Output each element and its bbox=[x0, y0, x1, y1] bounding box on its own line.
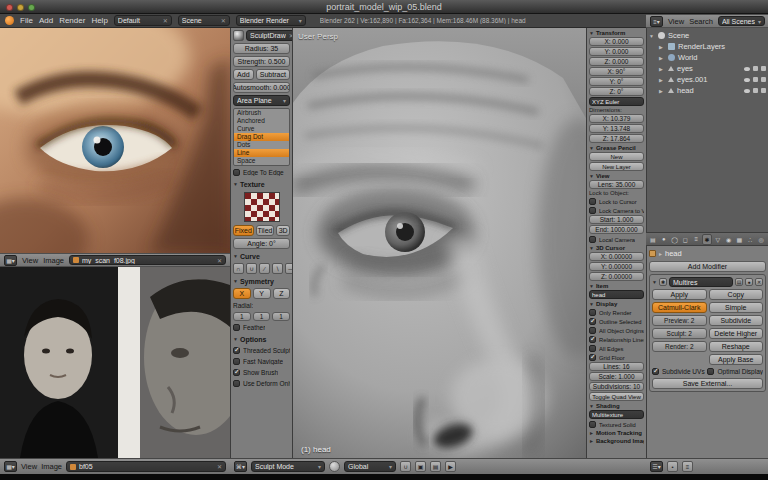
menu-help[interactable]: Help bbox=[91, 16, 107, 25]
save-external-button[interactable]: Save External... bbox=[652, 378, 763, 389]
blender-logo-icon[interactable] bbox=[5, 16, 14, 25]
rotation-y-field[interactable]: Y: 0° bbox=[589, 77, 644, 86]
panel-expand-icon[interactable]: ▼ bbox=[652, 279, 657, 285]
editor-type-properties-icon[interactable]: ☰▾ bbox=[650, 461, 663, 472]
render-restrict-icon[interactable] bbox=[761, 77, 766, 82]
render-restrict-icon[interactable] bbox=[761, 66, 766, 71]
threaded-sculpt-checkbox[interactable] bbox=[233, 347, 240, 354]
expand-icon[interactable]: ▶ bbox=[659, 66, 665, 72]
edge-to-edge-checkbox[interactable] bbox=[233, 169, 240, 176]
render-engine-select[interactable]: Blender Render▾ bbox=[236, 15, 306, 26]
rotation-z-field[interactable]: Z: 0° bbox=[589, 87, 644, 96]
apply-modifier-button[interactable]: Apply bbox=[652, 289, 707, 300]
grease-pencil-new-button[interactable]: New bbox=[589, 152, 644, 161]
all-object-origins-checkbox[interactable] bbox=[589, 327, 596, 334]
tab-render-icon[interactable]: ▤ bbox=[648, 234, 658, 245]
add-modifier-dropdown[interactable]: Add Modifier bbox=[649, 261, 766, 272]
cursor-y-field[interactable]: Y: 0.00000 bbox=[589, 262, 644, 271]
lock-to-cursor-checkbox[interactable] bbox=[589, 198, 596, 205]
map-fixed-button[interactable]: Fixed bbox=[233, 225, 254, 236]
dimension-y-field[interactable]: Y: 13.748 bbox=[589, 124, 644, 133]
tab-world-icon[interactable]: ◯ bbox=[670, 234, 680, 245]
image-menu-image[interactable]: Image bbox=[41, 462, 62, 471]
cursor-x-field[interactable]: X: 0.00000 bbox=[589, 252, 644, 261]
tab-object-data-icon[interactable]: ▽ bbox=[713, 234, 723, 245]
grid-subdivisions-field[interactable]: Subdivisions: 10 bbox=[589, 382, 644, 391]
brush-select-icon[interactable] bbox=[329, 461, 340, 472]
list-item-selected[interactable]: Drag Dot bbox=[234, 133, 289, 141]
panel-expand-icon[interactable]: ▼ bbox=[233, 181, 238, 187]
brush-texture-preview[interactable] bbox=[244, 192, 280, 222]
subdivide-uvs-checkbox[interactable] bbox=[652, 368, 659, 375]
brush-datablock-select[interactable]: SculptDraw✕ bbox=[246, 30, 293, 41]
image-editor-eye-pane[interactable] bbox=[0, 28, 230, 253]
only-render-checkbox[interactable] bbox=[589, 309, 596, 316]
use-deform-only-checkbox[interactable] bbox=[233, 380, 240, 387]
image-menu-view[interactable]: View bbox=[21, 462, 37, 471]
tab-modifiers-icon[interactable]: ✱ bbox=[702, 234, 712, 245]
rotation-x-field[interactable]: X: 90° bbox=[589, 67, 644, 76]
sculpt-plane-select[interactable]: Area Plane▾ bbox=[233, 95, 290, 106]
panel-expand-icon[interactable]: ▼ bbox=[233, 253, 238, 259]
screen-layout-select[interactable]: Default✕ bbox=[114, 15, 172, 26]
location-y-field[interactable]: Y: 0.000 bbox=[589, 47, 644, 56]
cursor-z-field[interactable]: Z: 0.00000 bbox=[589, 272, 644, 281]
delete-modifier-icon[interactable]: ✕ bbox=[755, 278, 763, 286]
list-item[interactable]: Space bbox=[234, 157, 289, 165]
symmetry-y-button[interactable]: Y bbox=[253, 288, 271, 299]
radial-x-field[interactable]: 1 bbox=[233, 312, 251, 321]
map-3d-button[interactable]: 3D bbox=[276, 225, 290, 236]
render-restrict-icon[interactable] bbox=[761, 88, 766, 93]
unlink-image-icon[interactable]: ✕ bbox=[217, 463, 222, 470]
image-menu-view[interactable]: View bbox=[22, 256, 38, 265]
outliner-row-renderlayers[interactable]: ▶RenderLayers bbox=[649, 41, 766, 52]
optimal-display-checkbox[interactable] bbox=[707, 368, 714, 375]
expand-icon[interactable]: ▼ bbox=[649, 33, 655, 39]
panel-expand-icon[interactable]: ▼ bbox=[589, 245, 594, 251]
expand-icon[interactable]: ▶ bbox=[659, 55, 665, 61]
relationship-lines-checkbox[interactable] bbox=[589, 336, 596, 343]
image-datablock-select[interactable]: bf05 ✕ bbox=[66, 461, 226, 472]
outliner-display-mode-select[interactable]: All Scenes▾ bbox=[718, 16, 765, 26]
tab-particles-icon[interactable]: ∴ bbox=[745, 234, 755, 245]
clip-end-field[interactable]: End: 1000.000 bbox=[589, 225, 644, 234]
image-datablock-select[interactable]: my_scan_f08.jpg ✕ bbox=[69, 255, 226, 265]
panel-expand-icon[interactable]: ▼ bbox=[589, 173, 594, 179]
shading-mode-select[interactable]: Multitexture bbox=[589, 410, 644, 419]
editor-type-3dview-icon[interactable]: ⌘▾ bbox=[234, 461, 247, 472]
list-item[interactable]: Curve bbox=[234, 125, 289, 133]
panel-expand-icon[interactable]: ▼ bbox=[589, 301, 594, 307]
viewport-visibility-icon[interactable]: ● bbox=[745, 278, 753, 286]
brush-radius-slider[interactable]: Radius: 35 bbox=[233, 43, 290, 54]
panel-expand-icon[interactable]: ▼ bbox=[589, 145, 594, 151]
menu-file[interactable]: File bbox=[20, 16, 33, 25]
snap-magnet-icon[interactable]: ∪ bbox=[400, 461, 411, 472]
editor-type-outliner-icon[interactable]: ≡▾ bbox=[650, 16, 663, 27]
feather-checkbox[interactable] bbox=[233, 324, 240, 331]
scene-select[interactable]: Scene✕ bbox=[178, 15, 230, 26]
mode-select[interactable]: Sculpt Mode▾ bbox=[251, 461, 325, 472]
lock-camera-checkbox[interactable] bbox=[589, 207, 596, 214]
show-brush-checkbox[interactable] bbox=[233, 369, 240, 376]
brush-preview-icon[interactable] bbox=[233, 30, 244, 41]
tab-texture-icon[interactable]: ▦ bbox=[735, 234, 745, 245]
outliner-menu-search[interactable]: Search bbox=[689, 17, 713, 26]
outline-selected-checkbox[interactable] bbox=[589, 318, 596, 325]
panel-expand-icon[interactable]: ▼ bbox=[589, 30, 594, 36]
brush-subtract-button[interactable]: Subtract bbox=[256, 69, 290, 80]
curve-preset-line-icon[interactable]: ─ bbox=[285, 263, 293, 274]
outliner-row-world[interactable]: ▶World bbox=[649, 52, 766, 63]
list-item[interactable]: Anchored bbox=[234, 117, 289, 125]
brush-add-button[interactable]: Add bbox=[233, 69, 254, 80]
unlink-layout-icon[interactable]: ✕ bbox=[163, 17, 168, 24]
autosmooth-slider[interactable]: Autosmooth: 0.000 bbox=[233, 82, 290, 93]
window-titlebar[interactable]: portrait_model_wip_05.blend bbox=[0, 0, 768, 14]
grease-pencil-new-layer-button[interactable]: New Layer bbox=[589, 162, 644, 171]
render-level-field[interactable]: Render: 2 bbox=[652, 341, 707, 352]
curve-preset-smooth-icon[interactable]: ∩ bbox=[233, 263, 244, 274]
panel-expand-icon[interactable]: ▼ bbox=[233, 278, 238, 284]
menu-add[interactable]: Add bbox=[39, 16, 53, 25]
outliner-menu-view[interactable]: View bbox=[668, 17, 684, 26]
tab-physics-icon[interactable]: ◎ bbox=[756, 234, 766, 245]
list-item[interactable]: Dots bbox=[234, 141, 289, 149]
